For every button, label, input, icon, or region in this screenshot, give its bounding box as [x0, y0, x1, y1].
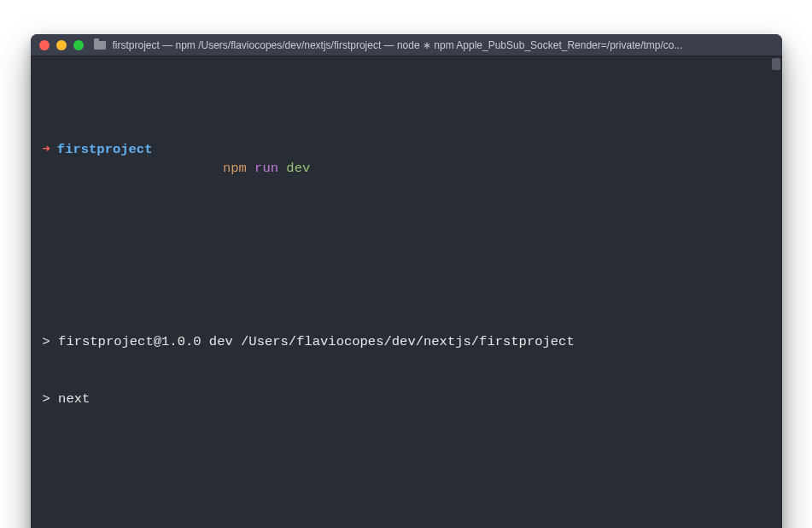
terminal-window: firstproject — npm /Users/flaviocopes/de…	[31, 34, 782, 528]
terminal-body[interactable]: ➜ firstproject npm run dev > firstprojec…	[31, 56, 782, 528]
output-header-2: next	[58, 391, 90, 407]
scrollbar[interactable]	[772, 58, 780, 70]
titlebar[interactable]: firstproject — npm /Users/flaviocopes/de…	[31, 34, 782, 56]
folder-icon	[94, 41, 106, 50]
output-header-line: > firstproject@1.0.0 dev /Users/flavioco…	[43, 332, 770, 351]
cmd-run: run	[254, 161, 278, 176]
prompt-project: firstproject	[57, 140, 153, 159]
output-header-1: firstproject@1.0.0 dev /Users/flaviocope…	[58, 334, 575, 349]
minimize-icon[interactable]	[56, 40, 67, 50]
prompt-arrow-icon: ➜	[43, 140, 50, 159]
prompt-line: ➜ firstproject npm run dev	[43, 140, 770, 197]
cmd-dev: dev	[286, 161, 310, 176]
window-title: firstproject — npm /Users/flaviocopes/de…	[113, 39, 774, 51]
cmd-npm: npm	[223, 161, 247, 176]
traffic-lights	[39, 40, 84, 50]
zoom-icon[interactable]	[73, 40, 84, 50]
gt-prefix: >	[43, 334, 59, 349]
close-icon[interactable]	[39, 40, 50, 50]
output-header-line: > next	[43, 390, 770, 408]
gt-prefix: >	[43, 391, 59, 407]
